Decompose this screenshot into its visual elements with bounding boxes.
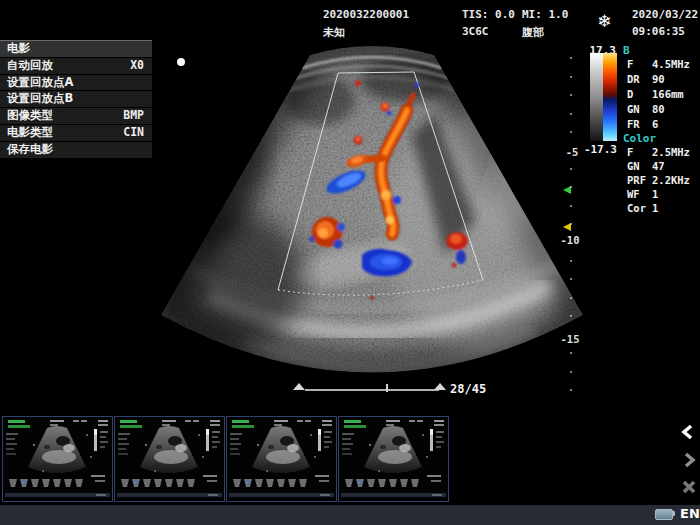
thumbnail-preview bbox=[115, 417, 224, 499]
param-label: WF bbox=[627, 188, 652, 200]
menu-item-value: CIN bbox=[123, 125, 144, 141]
menu-item-label: 设置回放点A bbox=[7, 75, 73, 89]
language-indicator[interactable]: EN bbox=[680, 506, 700, 521]
ruler-tick bbox=[570, 94, 572, 96]
param-value: 2.2KHz bbox=[652, 174, 690, 186]
cine-scrubber-track[interactable] bbox=[305, 389, 439, 391]
ruler-tick bbox=[570, 168, 572, 170]
menu-item-auto-replay[interactable]: 自动回放 X0 bbox=[0, 58, 152, 75]
param-row: F2.5MHz bbox=[627, 146, 690, 158]
ruler-tick bbox=[570, 223, 572, 225]
filmstrip-thumbnail[interactable] bbox=[114, 416, 225, 502]
param-label: F bbox=[627, 146, 652, 158]
param-label: D bbox=[627, 88, 652, 100]
menu-item-label: 图像类型 bbox=[7, 108, 53, 122]
freeze-icon: ❄ bbox=[597, 11, 611, 31]
param-value: 90 bbox=[652, 73, 665, 85]
menu-item-value: BMP bbox=[123, 108, 144, 124]
patient-name: 未知 bbox=[323, 25, 345, 40]
exam-preset: 腹部 bbox=[522, 25, 544, 40]
param-row: GN80 bbox=[627, 103, 665, 115]
cine-frame-counter: 28/45 bbox=[450, 382, 486, 396]
menu-item-label: 电影类型 bbox=[7, 125, 53, 139]
ruler-tick bbox=[570, 205, 572, 207]
status-bar bbox=[0, 505, 700, 525]
ruler-tick bbox=[570, 57, 572, 59]
param-row: DR90 bbox=[627, 73, 665, 85]
param-row: WF1 bbox=[627, 188, 658, 200]
menu-item-image-type[interactable]: 图像类型 BMP bbox=[0, 108, 152, 125]
param-row: Cor1 bbox=[627, 202, 658, 214]
ruler-tick bbox=[570, 113, 572, 115]
menu-item-set-point-a[interactable]: 设置回放点A bbox=[0, 75, 152, 92]
ultrasound-display[interactable] bbox=[150, 40, 590, 400]
pointer-dot bbox=[177, 58, 185, 66]
time-value: 09:06:35 bbox=[632, 25, 685, 38]
menu-title-label: 电影 bbox=[7, 41, 30, 55]
doppler-colorbar bbox=[590, 53, 617, 141]
ruler-tick bbox=[570, 352, 572, 354]
depth-label: -5 bbox=[558, 146, 586, 158]
ruler-tick bbox=[570, 260, 572, 262]
ruler-tick bbox=[570, 278, 572, 280]
param-value: 166mm bbox=[652, 88, 684, 100]
param-label: Cor bbox=[627, 202, 652, 214]
ruler-tick bbox=[570, 131, 572, 133]
param-row: FR6 bbox=[627, 118, 658, 130]
grayscale-bar bbox=[590, 53, 603, 141]
param-value: 47 bbox=[652, 160, 665, 172]
ruler-tick bbox=[570, 389, 572, 391]
cine-loop-start-handle[interactable] bbox=[293, 383, 305, 390]
thumbnail-preview bbox=[339, 417, 448, 499]
menu-item-label: 保存电影 bbox=[7, 142, 53, 156]
filmstrip-next-icon[interactable] bbox=[681, 452, 697, 468]
param-value: 1 bbox=[652, 202, 658, 214]
param-value: 2.5MHz bbox=[652, 146, 690, 158]
menu-item-cine-type[interactable]: 电影类型 CIN bbox=[0, 125, 152, 142]
param-label: DR bbox=[627, 73, 652, 85]
cine-loop-end-handle[interactable] bbox=[434, 383, 446, 390]
menu-item-label: 自动回放 bbox=[7, 58, 53, 72]
b-mode-header: B bbox=[623, 44, 630, 57]
menu-item-set-point-b[interactable]: 设置回放点B bbox=[0, 91, 152, 108]
cine-menu: 电影 自动回放 X0 设置回放点A 设置回放点B 图像类型 BMP 电影类型 C… bbox=[0, 40, 152, 159]
param-label: GN bbox=[627, 103, 652, 115]
depth-label: -15 bbox=[556, 333, 584, 345]
param-value: 4.5MHz bbox=[652, 58, 690, 70]
menu-item-value: X0 bbox=[130, 58, 144, 74]
battery-icon bbox=[655, 509, 673, 520]
probe-model: 3C6C bbox=[462, 25, 489, 38]
color-velocity-bar bbox=[603, 53, 617, 141]
param-label: FR bbox=[627, 118, 652, 130]
param-value: 80 bbox=[652, 103, 665, 115]
menu-title-cine[interactable]: 电影 bbox=[0, 41, 152, 58]
param-row: F4.5MHz bbox=[627, 58, 690, 70]
param-label: PRF bbox=[627, 174, 652, 186]
param-label: F bbox=[627, 58, 652, 70]
param-label: GN bbox=[627, 160, 652, 172]
ruler-tick bbox=[570, 371, 572, 373]
battery-nub-icon bbox=[673, 511, 675, 516]
param-row: GN47 bbox=[627, 160, 665, 172]
filmstrip-thumbnail[interactable] bbox=[226, 416, 337, 502]
menu-item-save-cine[interactable]: 保存电影 bbox=[0, 142, 152, 159]
filmstrip-thumbnail[interactable] bbox=[338, 416, 449, 502]
param-value: 1 bbox=[652, 188, 658, 200]
mi-value: MI: 1.0 bbox=[522, 8, 568, 21]
depth-label: -10 bbox=[556, 234, 584, 246]
cine-scrubber-position[interactable] bbox=[386, 384, 388, 392]
filmstrip-delete-icon[interactable] bbox=[681, 479, 697, 495]
ruler-tick bbox=[570, 297, 572, 299]
tis-value: TIS: 0.0 bbox=[462, 8, 515, 21]
ruler-tick bbox=[570, 76, 572, 78]
param-row: D166mm bbox=[627, 88, 684, 100]
echo-fan bbox=[150, 46, 583, 373]
filmstrip-prev-icon[interactable] bbox=[680, 424, 696, 440]
ruler-tick bbox=[570, 315, 572, 317]
thumbnail-preview bbox=[227, 417, 336, 499]
date-value: 2020/03/22 bbox=[632, 8, 698, 21]
filmstrip-thumbnail[interactable] bbox=[2, 416, 113, 502]
menu-item-label: 设置回放点B bbox=[7, 91, 73, 105]
patient-id: 2020032200001 bbox=[323, 8, 409, 21]
thumbnail-preview bbox=[3, 417, 112, 499]
